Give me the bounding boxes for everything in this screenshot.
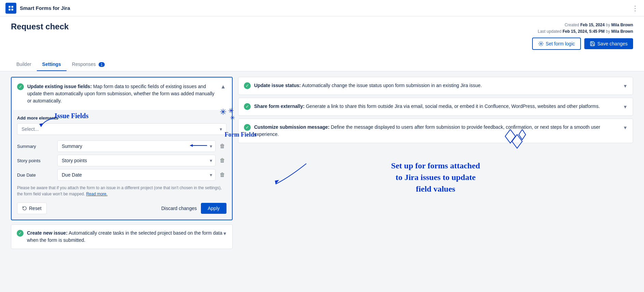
update-status-header[interactable]: ✓ Update issue status: Automatically cha… bbox=[238, 77, 633, 95]
tab-responses[interactable]: Responses 1 bbox=[67, 58, 110, 71]
svg-point-4 bbox=[540, 43, 542, 44]
story-points-delete-button[interactable]: 🗑 bbox=[218, 156, 226, 165]
tabs: Builder Settings Responses 1 bbox=[11, 58, 633, 71]
share-form-check-icon: ✓ bbox=[244, 103, 251, 110]
update-status-check-icon: ✓ bbox=[244, 82, 251, 89]
tab-settings[interactable]: Settings bbox=[37, 58, 67, 71]
customize-message-text: Customize submission message: Define the… bbox=[254, 124, 623, 138]
save-changes-button[interactable]: Save changes bbox=[584, 38, 633, 49]
page-title: Request check bbox=[11, 22, 69, 31]
svg-marker-13 bbox=[275, 180, 279, 184]
responses-badge: 1 bbox=[99, 62, 105, 67]
reset-button[interactable]: Reset bbox=[17, 203, 47, 214]
more-options-button[interactable]: ⋮ bbox=[632, 4, 639, 12]
customize-message-header[interactable]: ✓ Customize submission message: Define t… bbox=[238, 119, 633, 143]
card-actions: Reset Discard changes Apply bbox=[17, 203, 226, 214]
svg-rect-0 bbox=[9, 6, 10, 8]
app-title: Smart Forms for Jira bbox=[20, 5, 70, 11]
warning-text: Please be aware that if you attach the f… bbox=[17, 185, 226, 197]
discard-button[interactable]: Discard changes bbox=[161, 206, 197, 211]
share-form-header[interactable]: ✓ Share form externally: Generate a link… bbox=[238, 98, 633, 115]
apply-button[interactable]: Apply bbox=[201, 203, 226, 214]
app-icon bbox=[5, 3, 16, 14]
share-form-text: Share form externally: Generate a link t… bbox=[254, 103, 600, 110]
check-icon: ✓ bbox=[17, 83, 24, 90]
update-status-card: ✓ Update issue status: Automatically cha… bbox=[238, 77, 633, 95]
create-issue-collapse-icon[interactable]: ▾ bbox=[223, 230, 227, 237]
update-fields-card: ✓ Update existing issue fields: Map form… bbox=[11, 77, 233, 220]
customize-message-card: ✓ Customize submission message: Define t… bbox=[238, 119, 633, 143]
svg-rect-2 bbox=[12, 6, 13, 8]
summary-field-select[interactable]: Summary Story points Due Date bbox=[57, 140, 216, 152]
field-mapping-table: Summary Summary Story points Due Date bbox=[17, 140, 226, 181]
collapse-icon[interactable]: ▲ bbox=[220, 83, 226, 91]
customize-message-check-icon: ✓ bbox=[244, 124, 251, 131]
summary-label: Summary bbox=[17, 144, 55, 149]
page-meta: Created Feb 15, 2024 by Mila Brown Last … bbox=[532, 22, 633, 35]
svg-text:✳: ✳ bbox=[230, 114, 235, 121]
select-issue-fields-dropdown[interactable]: Select... ▾ bbox=[17, 123, 226, 135]
create-issue-title: Create new issue: Automatically create t… bbox=[27, 230, 223, 244]
summary-delete-button[interactable]: 🗑 bbox=[218, 142, 226, 151]
share-form-card: ✓ Share form externally: Generate a link… bbox=[238, 98, 633, 116]
due-date-mapping-row: Due Date Due Date Summary Story points 🗑 bbox=[17, 169, 226, 181]
story-points-mapping-row: Story points Story points Summary Due Da… bbox=[17, 155, 226, 166]
update-fields-header[interactable]: ✓ Update existing issue fields: Map form… bbox=[12, 78, 232, 110]
create-issue-header[interactable]: ✓ Create new issue: Automatically create… bbox=[11, 225, 232, 249]
add-more-label: Add more elements bbox=[17, 115, 226, 121]
create-issue-card: ✓ Create new issue: Automatically create… bbox=[11, 224, 233, 249]
create-issue-check-icon: ✓ bbox=[17, 230, 24, 237]
summary-mapping-row: Summary Summary Story points Due Date bbox=[17, 140, 226, 152]
svg-rect-3 bbox=[12, 9, 13, 10]
tab-builder[interactable]: Builder bbox=[11, 58, 37, 71]
update-status-text: Update issue status: Automatically chang… bbox=[254, 82, 482, 89]
due-date-field-select[interactable]: Due Date Summary Story points bbox=[57, 169, 216, 181]
share-form-collapse-icon[interactable]: ▾ bbox=[623, 103, 627, 111]
customize-message-collapse-icon[interactable]: ▾ bbox=[623, 124, 627, 131]
svg-rect-1 bbox=[9, 9, 10, 10]
due-date-label: Due Date bbox=[17, 172, 55, 178]
story-points-label: Story points bbox=[17, 158, 55, 163]
set-form-logic-button[interactable]: Set form logic bbox=[532, 38, 581, 50]
update-fields-title: Update existing issue fields: Map form d… bbox=[27, 83, 220, 105]
due-date-delete-button[interactable]: 🗑 bbox=[218, 170, 226, 179]
update-status-collapse-icon[interactable]: ▾ bbox=[623, 82, 627, 90]
story-points-field-select[interactable]: Story points Summary Due Date bbox=[57, 155, 216, 166]
right-annotation: Set up for forms attached to Jira issues… bbox=[252, 160, 619, 195]
read-more-link[interactable]: Read more. bbox=[86, 192, 107, 196]
